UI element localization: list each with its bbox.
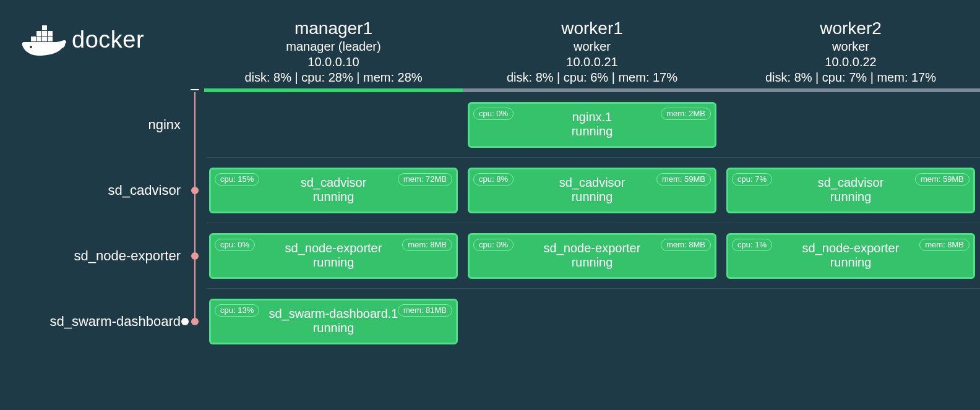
task-card-swarm-dashboard-manager1[interactable]: cpu: 13% mem: 81MB sd_swarm-dashboard.1 …: [209, 299, 458, 344]
timeline-dot-icon: [191, 318, 199, 325]
mem-badge: mem: 59MB: [915, 173, 969, 186]
mem-badge: mem: 81MB: [398, 304, 452, 317]
cpu-badge: cpu: 13%: [215, 304, 259, 317]
node-stats: disk: 8% | cpu: 28% | mem: 28%: [207, 70, 460, 85]
service-row-label-cadvisor[interactable]: sd_cadvisor: [0, 158, 186, 223]
node-stats: disk: 8% | cpu: 7% | mem: 17%: [724, 70, 978, 85]
node-header-manager1[interactable]: manager1 manager (leader) 10.0.0.10 disk…: [204, 12, 463, 88]
cpu-badge: cpu: 15%: [215, 173, 259, 186]
mem-badge: mem: 8MB: [919, 239, 969, 251]
task-card-nginx-worker1[interactable]: cpu: 0% mem: 2MB nginx.1 running: [468, 102, 716, 148]
task-card-node-exporter-worker2[interactable]: cpu: 1% mem: 8MB sd_node-exporter runnin…: [726, 233, 975, 279]
cpu-badge: cpu: 7%: [732, 173, 772, 186]
mem-badge: mem: 72MB: [398, 173, 452, 186]
service-row-label-nginx[interactable]: nginx: [0, 92, 186, 158]
timeline-track: [186, 158, 204, 223]
node-name: manager1: [207, 19, 460, 38]
service-row-label-node-exporter[interactable]: sd_node-exporter: [0, 223, 186, 289]
node-header-worker1[interactable]: worker1 worker 10.0.0.21 disk: 8% | cpu:…: [463, 12, 721, 88]
node-header-worker2[interactable]: worker2 worker 10.0.0.22 disk: 8% | cpu:…: [721, 12, 980, 88]
mem-badge: mem: 59MB: [656, 173, 711, 186]
task-status: running: [217, 321, 450, 335]
node-role: worker: [724, 40, 978, 54]
timeline-dot-icon: [191, 187, 199, 194]
node-ip: 10.0.0.10: [207, 55, 460, 69]
task-status: running: [734, 255, 967, 270]
task-status: running: [476, 255, 708, 270]
node-name: worker1: [465, 19, 719, 38]
task-card-cadvisor-worker1[interactable]: cpu: 8% mem: 59MB sd_cadvisor running: [468, 168, 716, 213]
task-card-cadvisor-manager1[interactable]: cpu: 15% mem: 72MB sd_cadvisor running: [209, 168, 458, 213]
task-status: running: [217, 190, 450, 204]
node-role: manager (leader): [207, 40, 460, 54]
timeline-track: [186, 289, 204, 354]
mem-badge: mem: 2MB: [661, 108, 711, 120]
cpu-badge: cpu: 0%: [215, 239, 255, 251]
task-status: running: [217, 255, 450, 270]
task-card-cadvisor-worker2[interactable]: cpu: 7% mem: 59MB sd_cadvisor running: [726, 168, 975, 213]
node-ip: 10.0.0.22: [724, 55, 978, 69]
timeline-dot-icon: [191, 252, 199, 260]
mem-badge: mem: 8MB: [661, 239, 711, 251]
timeline-end-dot-icon: [181, 318, 189, 325]
timeline-track: [186, 92, 204, 158]
node-name: worker2: [724, 19, 978, 38]
task-status: running: [476, 190, 708, 204]
timeline-track: [186, 223, 204, 289]
task-card-node-exporter-manager1[interactable]: cpu: 0% mem: 8MB sd_node-exporter runnin…: [209, 233, 458, 279]
node-ip: 10.0.0.21: [465, 55, 719, 69]
service-row-label-swarm-dashboard[interactable]: sd_swarm-dashboard: [0, 289, 186, 354]
node-stats: disk: 8% | cpu: 6% | mem: 17%: [465, 70, 719, 85]
node-role: worker: [465, 40, 719, 54]
task-status: running: [476, 124, 708, 139]
task-status: running: [734, 190, 967, 204]
cpu-badge: cpu: 1%: [732, 239, 772, 251]
cpu-badge: cpu: 8%: [473, 173, 514, 186]
task-card-node-exporter-worker1[interactable]: cpu: 0% mem: 8MB sd_node-exporter runnin…: [468, 233, 716, 279]
cpu-badge: cpu: 0%: [473, 108, 514, 120]
mem-badge: mem: 8MB: [402, 239, 452, 251]
cpu-badge: cpu: 0%: [473, 239, 514, 251]
